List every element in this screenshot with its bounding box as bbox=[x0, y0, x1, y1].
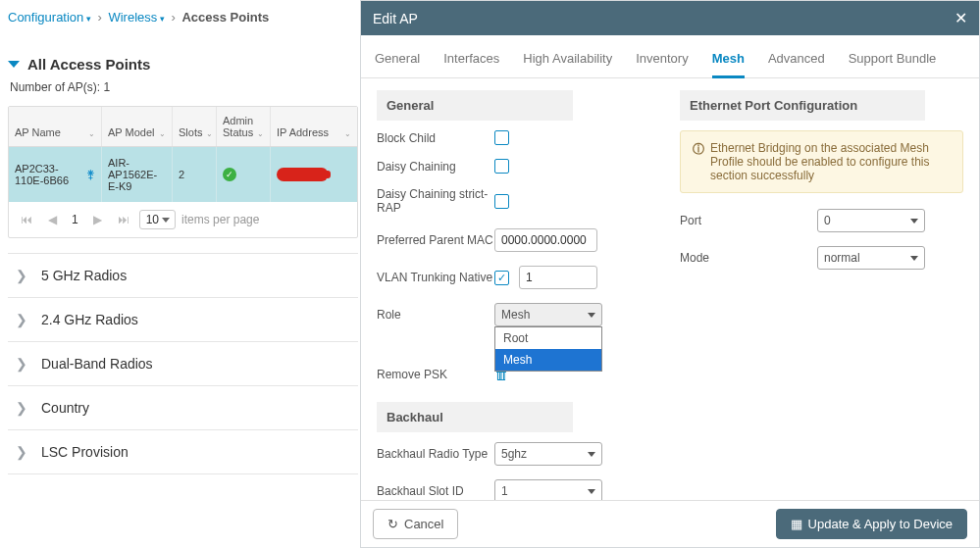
role-option-mesh[interactable]: Mesh bbox=[495, 349, 601, 371]
modal-title: Edit AP bbox=[373, 11, 418, 26]
ap-count: Number of AP(s): 1 bbox=[10, 80, 358, 94]
section-general: General bbox=[377, 90, 573, 121]
apply-icon: ▦ bbox=[791, 517, 802, 531]
col-ap-name[interactable]: AP Name⌄ bbox=[9, 107, 102, 146]
acc-24ghz[interactable]: ❯2.4 GHz Radios bbox=[8, 297, 358, 342]
page-next[interactable]: ▶ bbox=[88, 210, 108, 229]
close-icon[interactable]: ✕ bbox=[954, 9, 967, 27]
chevron-right-icon: ❯ bbox=[16, 356, 27, 372]
chevron-right-icon: ❯ bbox=[16, 400, 27, 416]
section-backhaul: Backhaul bbox=[377, 402, 573, 432]
eth-port-select[interactable]: 0 bbox=[817, 209, 925, 232]
chevron-down-icon bbox=[8, 61, 20, 68]
col-slots[interactable]: Slots⌄ bbox=[173, 107, 217, 146]
edit-ap-modal: Edit AP ✕ General Interfaces High Availa… bbox=[360, 0, 980, 548]
section-ethernet-port: Ethernet Port Configuration bbox=[680, 90, 925, 121]
breadcrumb: Configuration ▾ › Wireless ▾ › Access Po… bbox=[8, 10, 358, 32]
crumb-access-points: Access Points bbox=[181, 10, 269, 25]
page-last[interactable]: ⏭ bbox=[114, 210, 133, 229]
status-enabled-icon: ✓ bbox=[223, 168, 236, 181]
page-first[interactable]: ⏮ bbox=[17, 210, 36, 229]
tab-interfaces[interactable]: Interfaces bbox=[443, 45, 499, 77]
cancel-icon: ↻ bbox=[387, 517, 398, 531]
crumb-configuration[interactable]: Configuration bbox=[8, 10, 83, 25]
chevron-right-icon: ❯ bbox=[16, 444, 27, 460]
col-ip-address[interactable]: IP Address⌄ bbox=[271, 107, 357, 146]
backhaul-slot-id-select[interactable]: 1 bbox=[494, 479, 602, 500]
ip-redacted bbox=[277, 168, 328, 181]
preferred-parent-mac-input[interactable] bbox=[494, 228, 597, 252]
block-child-checkbox[interactable] bbox=[494, 130, 509, 145]
table-row[interactable]: AP2C33-110E-6B66⚵ AIR-AP1562E-E-K9 2 ✓ bbox=[9, 147, 357, 202]
ap-table: AP Name⌄ AP Model⌄ Slots⌄ Admin Status⌄ … bbox=[8, 106, 358, 238]
tab-high-availability[interactable]: High Availability bbox=[523, 45, 612, 77]
role-dropdown-menu: Root Mesh bbox=[494, 326, 602, 372]
eth-mode-select[interactable]: normal bbox=[817, 246, 925, 270]
role-select[interactable]: Mesh bbox=[494, 303, 602, 326]
cancel-button[interactable]: ↻Cancel bbox=[373, 509, 458, 539]
tab-advanced[interactable]: Advanced bbox=[768, 45, 825, 77]
vlan-trunking-native-checkbox[interactable] bbox=[494, 271, 509, 285]
daisy-chaining-checkbox[interactable] bbox=[494, 159, 509, 174]
daisy-strict-rap-checkbox[interactable] bbox=[494, 194, 509, 209]
col-admin-status[interactable]: Admin Status⌄ bbox=[217, 107, 271, 146]
mesh-icon: ⚵ bbox=[86, 168, 95, 181]
acc-country[interactable]: ❯Country bbox=[8, 385, 358, 430]
role-option-root[interactable]: Root bbox=[495, 327, 601, 349]
acc-5ghz[interactable]: ❯5 GHz Radios bbox=[8, 253, 358, 298]
chevron-right-icon: ❯ bbox=[16, 312, 27, 327]
vlan-native-input[interactable] bbox=[519, 266, 597, 289]
pager: ⏮ ◀ 1 ▶ ⏭ 10 items per page bbox=[9, 202, 357, 237]
all-aps-toggle[interactable]: All Access Points bbox=[8, 56, 358, 73]
col-ap-model[interactable]: AP Model⌄ bbox=[102, 107, 173, 146]
backhaul-radio-type-select[interactable]: 5ghz bbox=[494, 442, 602, 466]
crumb-wireless[interactable]: Wireless bbox=[108, 10, 157, 25]
chevron-right-icon: ❯ bbox=[16, 268, 27, 283]
per-page-select[interactable]: 10 bbox=[139, 210, 176, 229]
page-number: 1 bbox=[72, 213, 78, 226]
acc-lsc[interactable]: ❯LSC Provision bbox=[8, 429, 358, 474]
page-prev[interactable]: ◀ bbox=[42, 210, 62, 229]
tab-general[interactable]: General bbox=[375, 45, 420, 77]
acc-dualband[interactable]: ❯Dual-Band Radios bbox=[8, 341, 358, 386]
tab-inventory[interactable]: Inventory bbox=[636, 45, 688, 77]
tab-mesh[interactable]: Mesh bbox=[712, 45, 745, 78]
apply-button[interactable]: ▦Update & Apply to Device bbox=[776, 509, 967, 539]
ethernet-bridging-info: ⓘ Ethernet Bridging on the associated Me… bbox=[680, 130, 963, 193]
tab-support-bundle[interactable]: Support Bundle bbox=[849, 45, 937, 77]
info-icon: ⓘ bbox=[693, 141, 704, 158]
